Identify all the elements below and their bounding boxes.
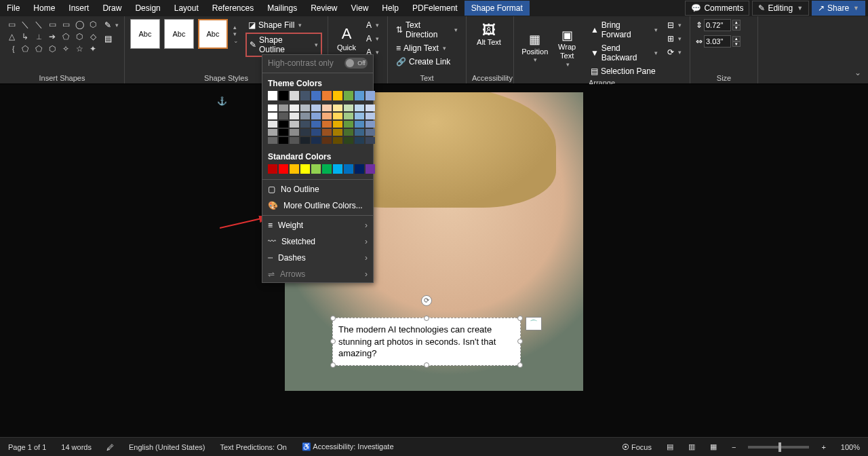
color-swatch[interactable] [300,121,310,128]
bring-forward-button[interactable]: ▲Bring Forward▾ [588,19,660,41]
share-button[interactable]: ↗Share▼ [812,1,865,16]
align-button[interactable]: ⊟▾ [665,19,684,31]
color-swatch[interactable] [344,121,353,128]
color-swatch[interactable] [333,137,342,144]
color-swatch[interactable] [355,137,364,144]
theme-color-swatches[interactable] [262,91,373,104]
tab-shape-format[interactable]: Shape Format [465,1,530,16]
dashes-item[interactable]: ┈Dashes› [262,250,373,266]
color-swatch[interactable] [355,129,364,136]
print-layout-button[interactable]: ▥ [686,441,698,453]
color-swatch[interactable] [279,104,288,111]
zoom-level[interactable]: 100% [838,442,863,453]
text-direction-button[interactable]: ⇅Text Direction▾ [393,19,460,41]
color-swatch[interactable] [333,91,342,100]
more-colors-item[interactable]: 🎨More Outline Colors... [262,197,373,214]
color-swatch[interactable] [311,104,321,111]
color-swatch[interactable] [366,121,375,128]
collapse-ribbon-button[interactable]: ⌄ [854,68,861,77]
color-swatch[interactable] [333,164,342,174]
standard-color-swatches[interactable] [262,164,373,178]
color-swatch[interactable] [290,129,299,136]
shape-style-gallery[interactable]: Abc Abc Abc ▴▾⌄ [130,19,239,49]
shape-outline-button[interactable]: ✎Shape Outline▾ [245,33,322,57]
color-swatch[interactable] [279,164,288,174]
word-count[interactable]: 14 words [58,442,94,453]
zoom-in-button[interactable]: + [818,442,828,453]
rotate-handle[interactable]: ⟳ [421,295,432,306]
wrap-text-button[interactable]: ▣Wrap Text▾ [551,19,582,77]
color-swatch[interactable] [279,113,288,119]
color-swatch[interactable] [268,121,277,128]
tab-draw[interactable]: Draw [96,1,128,16]
color-swatch[interactable] [311,164,321,174]
color-swatch[interactable] [355,91,364,100]
color-swatch[interactable] [344,164,353,174]
color-swatch[interactable] [268,91,277,100]
color-swatch[interactable] [268,129,277,136]
style-preset-2[interactable]: Abc [164,19,194,49]
rotate-button[interactable]: ⟳▾ [665,46,684,58]
color-swatch[interactable] [355,164,364,174]
width-input[interactable]: ⇔▴▾ [696,35,752,48]
color-swatch[interactable] [279,91,288,100]
text-predictions-status[interactable]: Text Predictions: On [217,442,289,453]
color-swatch[interactable] [344,104,353,111]
color-swatch[interactable] [322,91,332,100]
color-swatch[interactable] [268,164,277,174]
color-swatch[interactable] [322,129,332,136]
align-text-button[interactable]: ≡Align Text▾ [393,42,460,54]
shape-fill-button[interactable]: ◪Shape Fill▾ [245,19,322,31]
color-swatch[interactable] [290,164,299,174]
spellcheck-icon[interactable]: 🖉 [104,442,117,453]
tab-view[interactable]: View [344,1,376,16]
color-swatch[interactable] [311,121,321,128]
alt-text-button[interactable]: 🖼Alt Text [472,19,506,50]
color-swatch[interactable] [279,121,288,128]
color-swatch[interactable] [322,104,332,111]
color-swatch[interactable] [279,129,288,136]
weight-item[interactable]: ≡Weight› [262,217,373,233]
quick-styles-button[interactable]: AQuick [334,19,359,58]
color-swatch[interactable] [322,113,332,119]
color-swatch[interactable] [322,121,332,128]
tab-file[interactable]: File [0,1,26,16]
arrows-item[interactable]: ⇌Arrows› [262,266,373,282]
no-outline-item[interactable]: ▢No Outline [262,181,373,197]
color-swatch[interactable] [279,137,288,144]
color-swatch[interactable] [333,113,342,119]
edit-shape-button[interactable]: ✎▾ [102,19,121,31]
color-swatch[interactable] [268,113,277,119]
tab-home[interactable]: Home [26,1,62,16]
color-swatch[interactable] [268,137,277,144]
color-swatch[interactable] [300,129,310,136]
textbox-content[interactable]: The modern AI technologies can create st… [338,324,496,358]
sketched-item[interactable]: 〰Sketched› [262,233,373,250]
color-swatch[interactable] [290,91,299,100]
color-swatch[interactable] [322,164,332,174]
text-box[interactable]: ⟳ ⌒ The modern AI technologies can creat… [332,318,521,366]
language-status[interactable]: English (United States) [126,442,208,453]
color-swatch[interactable] [268,104,277,111]
high-contrast-toggle[interactable]: High-contrast only Off [262,55,373,71]
layout-options-button[interactable]: ⌒ [526,317,542,330]
tab-design[interactable]: Design [128,1,167,16]
color-swatch[interactable] [322,137,332,144]
group-button[interactable]: ⊞▾ [665,33,684,45]
page-count[interactable]: Page 1 of 1 [5,442,49,453]
color-swatch[interactable] [311,137,321,144]
color-swatch[interactable] [300,104,310,111]
tab-pdfelement[interactable]: PDFelement [406,1,465,16]
color-swatch[interactable] [355,113,364,119]
position-button[interactable]: ▦Position▾ [519,19,550,77]
shapes-gallery[interactable]: ▭＼＼▭▭◯⬡ △↳⟂➔⬠⬡◇ ｛⬠⬠⬡✧☆✦ [5,19,99,54]
color-swatch[interactable] [333,121,342,128]
read-mode-button[interactable]: ▤ [664,441,676,453]
color-swatch[interactable] [311,129,321,136]
color-swatch[interactable] [300,164,310,174]
text-outline-button[interactable]: A▾ [363,33,382,45]
style-preset-3[interactable]: Abc [198,19,228,49]
color-swatch[interactable] [333,104,342,111]
tab-review[interactable]: Review [304,1,344,16]
color-swatch[interactable] [290,104,299,111]
